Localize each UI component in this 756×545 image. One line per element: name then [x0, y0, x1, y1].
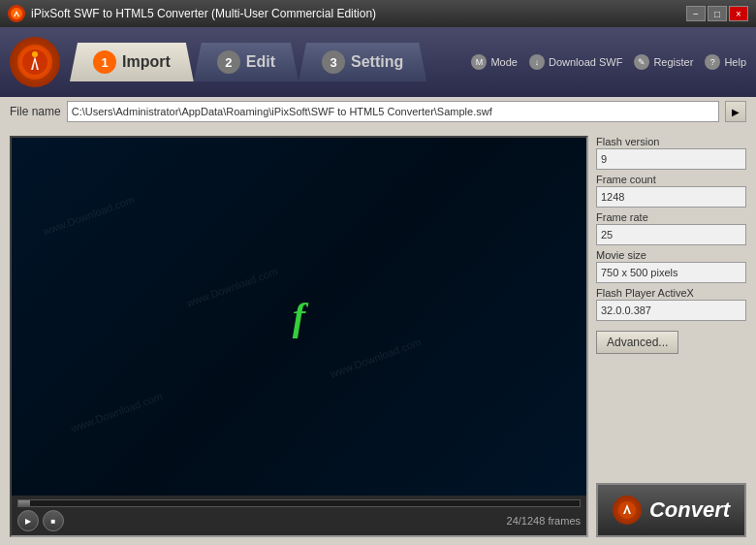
flash-version-label: Flash version: [596, 136, 746, 147]
file-row: File name ▶: [0, 97, 756, 128]
movie-size-label: Movie size: [596, 249, 746, 261]
flash-version-input: [596, 148, 746, 170]
info-panel: Flash version Frame count Frame rate Mov…: [596, 136, 746, 537]
frame-info: 24/1248 frames: [507, 515, 581, 527]
frame-count-input: [596, 186, 746, 208]
watermark-3: www.Download.com: [329, 337, 423, 380]
tab-setting-number: 3: [322, 50, 345, 74]
download-icon: ↓: [529, 54, 545, 70]
frame-rate-group: Frame rate: [596, 211, 746, 245]
content-area: www.Download.com www.Download.com www.Do…: [0, 128, 756, 545]
help-icon: ?: [705, 54, 720, 70]
file-name-input[interactable]: [67, 101, 719, 122]
title-bar-left: iPixSoft SWF to HTML5 Converter (Multi-U…: [8, 5, 376, 22]
app-window: 1 Import 2 Edit 3 Setting M Mode ↓ Downl…: [0, 27, 756, 545]
movie-size-group: Movie size: [596, 249, 746, 283]
convert-icon: [613, 496, 642, 525]
download-label: Download SWF: [549, 56, 622, 68]
top-toolbar: 1 Import 2 Edit 3 Setting M Mode ↓ Downl…: [0, 27, 756, 97]
register-icon: ✎: [634, 54, 649, 70]
tabs: 1 Import 2 Edit 3 Setting: [70, 43, 461, 81]
tab-edit-label: Edit: [246, 53, 275, 71]
svg-point-2: [32, 51, 38, 57]
preview-controls: ▶ ■ 24/1248 frames: [12, 496, 586, 535]
movie-size-input: [596, 262, 746, 283]
tab-setting-label: Setting: [351, 53, 403, 71]
progress-bar-fill: [18, 500, 30, 506]
frame-count-group: Frame count: [596, 174, 746, 208]
flash-player-group: Flash Player ActiveX: [596, 287, 746, 321]
window-controls: − □ ×: [686, 6, 748, 21]
tab-edit[interactable]: 2 Edit: [194, 43, 299, 81]
toolbar-right: M Mode ↓ Download SWF ✎ Register ? Help: [471, 54, 746, 70]
watermark-2: www.Download.com: [185, 265, 279, 308]
browse-icon: ▶: [732, 107, 740, 117]
mode-icon: M: [471, 54, 487, 70]
stop-icon: ■: [51, 517, 56, 526]
flash-player-input: [596, 300, 746, 321]
play-button[interactable]: ▶: [17, 510, 39, 531]
watermark-1: www.Download.com: [42, 193, 136, 237]
convert-section: Convert: [596, 475, 746, 537]
svg-point-3: [618, 501, 636, 519]
app-icon: [8, 5, 25, 22]
minimize-button[interactable]: −: [686, 6, 706, 21]
register-button[interactable]: ✎ Register: [634, 54, 693, 70]
download-button[interactable]: ↓ Download SWF: [529, 54, 622, 70]
progress-bar-container[interactable]: [17, 499, 581, 507]
stop-button[interactable]: ■: [43, 510, 64, 531]
play-icon: ▶: [25, 517, 31, 526]
preview-panel: www.Download.com www.Download.com www.Do…: [10, 136, 588, 537]
frame-rate-label: Frame rate: [596, 211, 746, 223]
controls-row: ▶ ■ 24/1248 frames: [17, 510, 581, 531]
title-bar: iPixSoft SWF to HTML5 Converter (Multi-U…: [0, 0, 756, 27]
tab-import-label: Import: [122, 53, 171, 71]
preview-canvas: www.Download.com www.Download.com www.Do…: [12, 138, 586, 496]
svg-point-0: [11, 8, 22, 19]
tab-import-number: 1: [93, 50, 116, 74]
mode-label: Mode: [490, 56, 518, 68]
window-title: iPixSoft SWF to HTML5 Converter (Multi-U…: [31, 7, 376, 20]
register-label: Register: [653, 56, 693, 68]
flash-version-group: Flash version: [596, 136, 746, 170]
app-logo: [10, 37, 60, 87]
flash-player-label: Flash Player ActiveX: [596, 287, 746, 299]
frame-count-label: Frame count: [596, 174, 746, 185]
help-button[interactable]: ? Help: [705, 54, 746, 70]
tab-import[interactable]: 1 Import: [70, 43, 194, 81]
maximize-button[interactable]: □: [708, 6, 727, 21]
convert-label: Convert: [649, 497, 730, 523]
frame-rate-input: [596, 224, 746, 245]
tab-edit-number: 2: [217, 50, 240, 74]
file-name-label: File name: [10, 105, 61, 118]
convert-button[interactable]: Convert: [596, 483, 746, 537]
advanced-button[interactable]: Advanced...: [596, 331, 678, 354]
close-button[interactable]: ×: [729, 6, 748, 21]
file-browse-button[interactable]: ▶: [725, 101, 746, 122]
logo-icon: [17, 45, 52, 80]
watermark-4: www.Download.com: [70, 390, 164, 433]
flash-symbol: f: [293, 294, 305, 339]
mode-button[interactable]: M Mode: [471, 54, 518, 70]
help-label: Help: [724, 56, 746, 68]
tab-setting[interactable]: 3 Setting: [299, 43, 426, 81]
